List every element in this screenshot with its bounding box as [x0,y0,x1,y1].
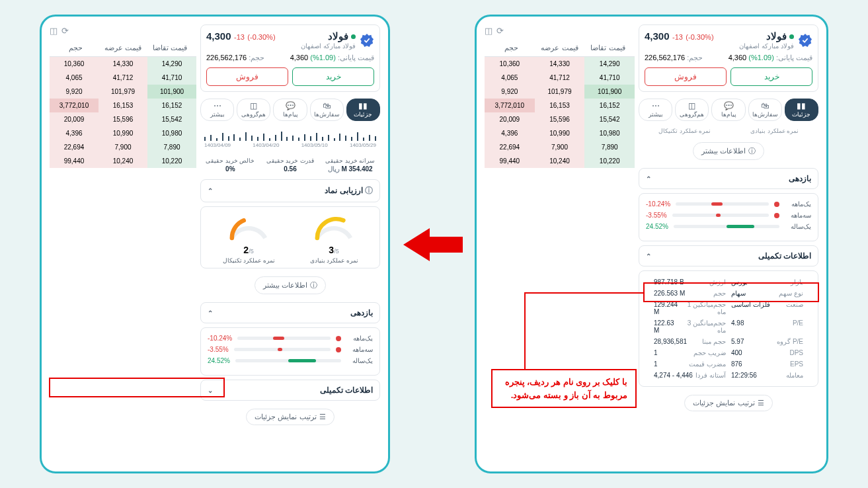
orderbook-row[interactable]: 101,900101,9799,920 [485,85,635,99]
price-change-pct: (-0.30%) [686,33,713,41]
callout-connector [524,292,643,294]
returns-body: یک‌ماهه-10.24% سه‌ماهه-3.55% یک‌ساله24.5… [200,327,380,376]
info-header-expanded[interactable]: اطلاعات تکمیلی⌃ [639,245,818,266]
orderbook-row[interactable]: 15,54215,59620,009 [50,112,196,126]
orderbook-row[interactable]: 101,900101,9799,920 [50,85,196,99]
verified-icon [798,33,812,48]
tab-cogroup[interactable]: ◫هم‌گروهی [237,99,270,121]
col-supply: قیمت عرضه [535,44,584,52]
last-price: 4,300 [645,30,670,42]
tab-details[interactable]: ▮▮جزئیات [785,99,818,121]
symbol-name[interactable]: فولاد [766,30,787,42]
orderbook-row[interactable]: 16,15216,1533,772,010 [485,99,635,112]
svg-marker-2 [403,228,463,261]
svg-marker-1 [360,33,374,46]
list-icon: ☰ [758,399,764,407]
gauges-body: 3/5 نمره عملکرد بنیادی 2/5 نمره عملکرد ت… [200,206,380,268]
orderbook-row[interactable]: 10,98010,9904,396 [50,126,196,140]
dots-icon: ⋯ [652,102,660,110]
verified-icon [360,33,374,48]
bars-icon: ▮▮ [797,102,806,110]
returns-header[interactable]: بازدهی⌃ [639,168,818,189]
svg-marker-0 [799,33,812,46]
info-row: DPS400ضریب حجم1 [645,347,812,358]
symbol-header-card: فولادفولاد مبارکه اصفهان 4,300 -13 (-0.3… [200,24,380,92]
more-info-btn[interactable]: ⓘاطلاعات بیشتر [255,276,326,294]
tab-messages[interactable]: 💬پیام‌ها [273,99,307,121]
tab-details[interactable]: ▮▮جزئیات [346,99,380,121]
frame-before: ⟳◫ قیمت تقاضا قیمت عرضه حجم 14,29014,330… [40,15,390,473]
info-row: معامله12:29:56آستانه فردا4,274 - 4,446 [645,370,812,381]
orderbook-row[interactable]: 14,29014,33010,360 [485,57,635,71]
tab-more[interactable]: ⋯بیشتر [639,99,672,121]
sell-button[interactable]: فروش [206,67,288,86]
price-change: -13 [672,33,683,41]
info-row: P/E4.98حجم‌میانگین 3 ماه122.63 M [645,317,812,336]
refresh-icon[interactable]: ⟳ [61,26,69,36]
gauge-technical: 2/5 نمره عملکرد تکنیکال [223,211,275,264]
cart-icon: 🛍 [761,102,769,110]
eval-header[interactable]: ⓘ ارزیابی نماد⌃ [200,179,380,202]
info-header-collapsed[interactable]: اطلاعات تکمیلی⌄ [200,380,380,401]
orderbook-rows: 14,29014,33010,36041,71041,7124,065101,9… [485,57,635,168]
orderbook-left: ⟳◫ قیمت تقاضا قیمت عرضه حجم 14,29014,330… [50,24,196,464]
layers-icon: ◫ [688,102,695,110]
info-row: نوع سهمسهامحجم226.563 M [645,288,812,299]
info-row: EPS876مضرب قیمت1 [645,358,812,370]
chevron-up-icon: ⌃ [646,253,651,260]
sell-button[interactable]: فروش [645,67,727,86]
arrow-icon [403,225,463,264]
info-row: صنعتفلزات اساسیحجم‌میانگین 1 ماه129.244 … [645,299,812,317]
status-dot [789,34,794,39]
table-toolbar: ⟳◫ [485,24,635,40]
tab-cogroup[interactable]: ◫هم‌گروهی [675,99,709,121]
refresh-icon[interactable]: ⟳ [496,26,504,36]
orderbook-row[interactable]: 41,71041,7124,065 [50,71,196,85]
info-icon: ⓘ [365,186,373,195]
reorder-btn[interactable]: ☰ترتیب نمایش جزئیات [684,395,772,411]
orderbook-row[interactable]: 7,8907,90022,694 [485,140,635,154]
callout-box: با کلیک بر روی نام هر ردیف، پنجرهمربوط ب… [491,369,637,408]
tab-more[interactable]: ⋯بیشتر [200,99,234,121]
orderbook-row[interactable]: 15,54215,59620,009 [485,112,635,126]
info-body: بازاربورسارزش987.718 Bنوع سهمسهامحجم226.… [639,270,818,387]
orderbook-row[interactable]: 16,15216,1533,772,010 [50,99,196,112]
reorder-btn[interactable]: ☰ترتیب نمایش جزئیات [246,409,334,425]
more-info-btn[interactable]: ⓘاطلاعات بیشتر [693,142,764,160]
orderbook-row[interactable]: 14,29014,33010,360 [50,57,196,71]
orderbook-row[interactable]: 7,8907,90022,694 [50,140,196,154]
metrics-row: سرانه خرید حقیقی354.402 M ریال قدرت خرید… [200,155,380,175]
orderbook-rows-left: 14,29014,33010,36041,71041,7124,065101,9… [50,57,196,168]
buy-button[interactable]: خرید [292,67,374,86]
chevron-down-icon: ⌄ [208,387,213,394]
col-vol: حجم [487,44,535,52]
tab-orders[interactable]: 🛍سفارش‌ها [310,99,344,121]
returns-header[interactable]: بازدهی⌃ [200,302,380,323]
info-icon: ⓘ [748,146,756,156]
chat-icon: 💬 [724,102,734,110]
tab-orders[interactable]: 🛍سفارش‌ها [748,99,782,121]
orderbook-row[interactable]: 10,22010,24099,440 [485,154,635,168]
chart-icon[interactable]: ◫ [50,26,58,36]
symbol-header-card: فولادفولاد مبارکه اصفهان 4,300 -13 (-0.3… [639,24,818,92]
symbol-subtitle: فولاد مبارکه اصفهان [739,42,794,50]
info-row: P/E گروه5.97حجم مبنا28,936,581 [645,336,812,347]
buy-button[interactable]: خرید [730,67,812,86]
orderbook-row[interactable]: 10,22010,24099,440 [50,154,196,168]
chevron-up-icon: ⌃ [646,175,651,183]
orderbook-row[interactable]: 10,98010,9904,396 [485,126,635,140]
info-row: بازاربورسارزش987.718 B [645,276,812,288]
sparkline: 1403/04/091403/04/201403/05/101403/05/29 [200,128,380,151]
tab-bar: ▮▮جزئیات 🛍سفارش‌ها 💬پیام‌ها ◫هم‌گروهی ⋯ب… [639,96,818,124]
gauge-fundamental: 3/5 نمره عملکرد بنیادی [310,211,358,264]
chart-icon[interactable]: ◫ [485,26,493,36]
orderbook-row[interactable]: 41,71041,7124,065 [485,71,635,85]
returns-body: یک‌ماهه-10.24% سه‌ماهه-3.55% یک‌ساله24.5… [639,193,818,241]
col-demand: قیمت تقاضا [584,44,632,52]
tab-messages[interactable]: 💬پیام‌ها [711,99,745,121]
